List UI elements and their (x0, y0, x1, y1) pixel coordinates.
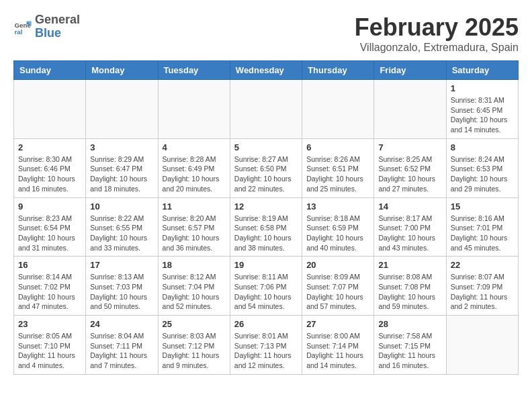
calendar-cell: 26Sunrise: 8:01 AM Sunset: 7:13 PM Dayli… (230, 316, 302, 375)
calendar-cell (230, 80, 302, 139)
logo-icon: Gene ral (13, 17, 32, 36)
day-info: Sunrise: 8:18 AM Sunset: 6:59 PM Dayligh… (306, 214, 369, 253)
weekday-header-thursday: Thursday (302, 61, 374, 80)
day-info: Sunrise: 8:29 AM Sunset: 6:47 PM Dayligh… (90, 154, 153, 194)
title-area: February 2025 Villagonzalo, Extremadura,… (355, 13, 519, 54)
weekday-header-wednesday: Wednesday (230, 61, 302, 80)
calendar-cell (446, 316, 518, 375)
day-info: Sunrise: 8:04 AM Sunset: 7:11 PM Dayligh… (90, 331, 153, 371)
calendar-week-row: 1Sunrise: 8:31 AM Sunset: 6:45 PM Daylig… (14, 80, 519, 139)
calendar-cell: 6Sunrise: 8:26 AM Sunset: 6:51 PM Daylig… (302, 138, 374, 197)
calendar-cell (86, 80, 158, 139)
day-number: 18 (163, 260, 226, 270)
day-number: 9 (18, 201, 81, 212)
day-info: Sunrise: 8:30 AM Sunset: 6:46 PM Dayligh… (18, 154, 81, 194)
calendar-week-row: 2Sunrise: 8:30 AM Sunset: 6:46 PM Daylig… (14, 138, 519, 197)
day-info: Sunrise: 8:22 AM Sunset: 6:55 PM Dayligh… (90, 214, 153, 253)
day-number: 15 (451, 201, 514, 212)
day-number: 1 (451, 83, 514, 93)
calendar-cell: 8Sunrise: 8:24 AM Sunset: 6:53 PM Daylig… (446, 138, 518, 197)
calendar-cell: 24Sunrise: 8:04 AM Sunset: 7:11 PM Dayli… (86, 316, 158, 375)
day-info: Sunrise: 8:16 AM Sunset: 7:01 PM Dayligh… (451, 214, 514, 253)
day-number: 27 (306, 319, 369, 329)
day-number: 2 (18, 142, 81, 152)
calendar-cell (302, 80, 374, 139)
day-info: Sunrise: 8:20 AM Sunset: 6:57 PM Dayligh… (163, 214, 226, 253)
calendar-cell: 5Sunrise: 8:27 AM Sunset: 6:50 PM Daylig… (230, 138, 302, 197)
day-info: Sunrise: 8:31 AM Sunset: 6:45 PM Dayligh… (451, 95, 514, 135)
calendar-cell: 11Sunrise: 8:20 AM Sunset: 6:57 PM Dayli… (158, 197, 230, 257)
calendar-cell: 16Sunrise: 8:14 AM Sunset: 7:02 PM Dayli… (14, 257, 86, 316)
calendar-cell: 27Sunrise: 8:00 AM Sunset: 7:14 PM Dayli… (302, 316, 374, 375)
day-number: 20 (306, 260, 369, 270)
day-number: 14 (378, 201, 441, 212)
day-info: Sunrise: 8:27 AM Sunset: 6:50 PM Dayligh… (234, 154, 298, 194)
calendar-cell: 13Sunrise: 8:18 AM Sunset: 6:59 PM Dayli… (302, 197, 374, 257)
calendar-cell: 15Sunrise: 8:16 AM Sunset: 7:01 PM Dayli… (446, 197, 518, 257)
calendar-week-row: 16Sunrise: 8:14 AM Sunset: 7:02 PM Dayli… (14, 257, 519, 316)
calendar-cell: 4Sunrise: 8:28 AM Sunset: 6:49 PM Daylig… (158, 138, 230, 197)
day-number: 26 (234, 319, 298, 329)
calendar-cell (374, 80, 446, 139)
day-number: 8 (451, 142, 514, 152)
day-number: 10 (90, 201, 153, 212)
day-info: Sunrise: 8:28 AM Sunset: 6:49 PM Dayligh… (163, 154, 226, 194)
logo: Gene ral General Blue (13, 13, 80, 40)
weekday-header-row: SundayMondayTuesdayWednesdayThursdayFrid… (14, 61, 519, 80)
calendar-cell: 18Sunrise: 8:12 AM Sunset: 7:04 PM Dayli… (158, 257, 230, 316)
weekday-header-friday: Friday (374, 61, 446, 80)
day-number: 19 (234, 260, 298, 270)
day-info: Sunrise: 8:26 AM Sunset: 6:51 PM Dayligh… (306, 154, 369, 194)
weekday-header-tuesday: Tuesday (158, 61, 230, 80)
calendar-cell: 17Sunrise: 8:13 AM Sunset: 7:03 PM Dayli… (86, 257, 158, 316)
calendar-cell: 3Sunrise: 8:29 AM Sunset: 6:47 PM Daylig… (86, 138, 158, 197)
calendar-cell: 12Sunrise: 8:19 AM Sunset: 6:58 PM Dayli… (230, 197, 302, 257)
month-title: February 2025 (355, 13, 519, 42)
day-info: Sunrise: 8:25 AM Sunset: 6:52 PM Dayligh… (378, 154, 441, 194)
day-info: Sunrise: 7:58 AM Sunset: 7:15 PM Dayligh… (378, 331, 441, 371)
day-info: Sunrise: 8:24 AM Sunset: 6:53 PM Dayligh… (451, 154, 514, 194)
day-number: 25 (163, 319, 226, 329)
day-number: 24 (90, 319, 153, 329)
day-info: Sunrise: 8:11 AM Sunset: 7:06 PM Dayligh… (234, 272, 298, 312)
calendar-cell (14, 80, 86, 139)
calendar: SundayMondayTuesdayWednesdayThursdayFrid… (13, 60, 519, 375)
calendar-cell: 22Sunrise: 8:07 AM Sunset: 7:09 PM Dayli… (446, 257, 518, 316)
weekday-header-saturday: Saturday (446, 61, 518, 80)
day-info: Sunrise: 8:08 AM Sunset: 7:08 PM Dayligh… (378, 272, 441, 312)
day-number: 5 (234, 142, 298, 152)
day-info: Sunrise: 8:05 AM Sunset: 7:10 PM Dayligh… (18, 331, 81, 371)
calendar-cell: 21Sunrise: 8:08 AM Sunset: 7:08 PM Dayli… (374, 257, 446, 316)
day-info: Sunrise: 8:07 AM Sunset: 7:09 PM Dayligh… (451, 272, 514, 312)
day-info: Sunrise: 8:09 AM Sunset: 7:07 PM Dayligh… (306, 272, 369, 312)
calendar-cell: 28Sunrise: 7:58 AM Sunset: 7:15 PM Dayli… (374, 316, 446, 375)
logo-general: General (35, 13, 80, 27)
day-info: Sunrise: 8:23 AM Sunset: 6:54 PM Dayligh… (18, 214, 81, 253)
calendar-cell: 1Sunrise: 8:31 AM Sunset: 6:45 PM Daylig… (446, 80, 518, 139)
day-number: 7 (378, 142, 441, 152)
calendar-cell: 7Sunrise: 8:25 AM Sunset: 6:52 PM Daylig… (374, 138, 446, 197)
day-number: 12 (234, 201, 298, 212)
day-number: 3 (90, 142, 153, 152)
location-title: Villagonzalo, Extremadura, Spain (355, 42, 519, 54)
day-number: 28 (378, 319, 441, 329)
day-number: 16 (18, 260, 81, 270)
day-info: Sunrise: 8:19 AM Sunset: 6:58 PM Dayligh… (234, 214, 298, 253)
calendar-cell: 23Sunrise: 8:05 AM Sunset: 7:10 PM Dayli… (14, 316, 86, 375)
calendar-week-row: 23Sunrise: 8:05 AM Sunset: 7:10 PM Dayli… (14, 316, 519, 375)
day-info: Sunrise: 8:12 AM Sunset: 7:04 PM Dayligh… (163, 272, 226, 312)
weekday-header-monday: Monday (86, 61, 158, 80)
day-number: 4 (163, 142, 226, 152)
day-number: 17 (90, 260, 153, 270)
calendar-cell: 2Sunrise: 8:30 AM Sunset: 6:46 PM Daylig… (14, 138, 86, 197)
day-info: Sunrise: 8:01 AM Sunset: 7:13 PM Dayligh… (234, 331, 298, 371)
logo-blue: Blue (35, 27, 80, 40)
calendar-cell: 19Sunrise: 8:11 AM Sunset: 7:06 PM Dayli… (230, 257, 302, 316)
calendar-week-row: 9Sunrise: 8:23 AM Sunset: 6:54 PM Daylig… (14, 197, 519, 257)
calendar-cell: 20Sunrise: 8:09 AM Sunset: 7:07 PM Dayli… (302, 257, 374, 316)
day-number: 6 (306, 142, 369, 152)
day-info: Sunrise: 8:17 AM Sunset: 7:00 PM Dayligh… (378, 214, 441, 253)
day-number: 13 (306, 201, 369, 212)
day-info: Sunrise: 8:13 AM Sunset: 7:03 PM Dayligh… (90, 272, 153, 312)
calendar-cell (158, 80, 230, 139)
